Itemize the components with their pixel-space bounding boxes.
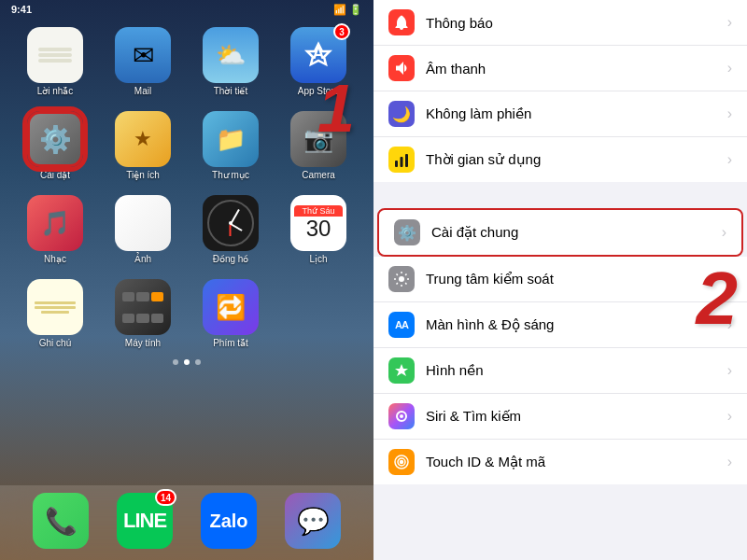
app-row-4: Ghi chú Máy tính 🔁 (0, 272, 374, 356)
settings-thoigian[interactable]: Thời gian sử dụng › (374, 137, 747, 182)
settings-panel: Thông báo › Âm thanh › 🌙 Không làm phiền… (374, 0, 747, 560)
siri-icon (388, 403, 415, 429)
line-badge: 14 (155, 489, 176, 506)
settings-trungta[interactable]: Trung tâm kiểm soát › (374, 257, 747, 302)
app-phimtat[interactable]: 🔁 Phím tắt (190, 279, 271, 348)
app-weather[interactable]: ⛅ Thời tiết (190, 27, 271, 96)
settings-manhinh[interactable]: AA Màn hình & Độ sáng › (374, 302, 747, 348)
svg-text:A: A (313, 44, 325, 63)
time: 9:41 (11, 4, 32, 16)
app-nhac[interactable]: 🎵 Nhạc (15, 195, 95, 264)
thongbao-label: Thông báo (426, 15, 727, 31)
maytink-icon (115, 279, 171, 335)
caidatc-icon: ⚙️ (394, 219, 420, 245)
siri-chevron: › (727, 408, 732, 425)
weather-label: Thời tiết (214, 86, 247, 96)
settings-siri[interactable]: Siri & Tìm kiếm › (374, 394, 747, 440)
phimtat-icon: 🔁 (203, 279, 259, 335)
app-anh[interactable]: Ảnh (103, 195, 183, 264)
settings-khonglam[interactable]: 🌙 Không làm phiền › (374, 91, 747, 137)
tienich-icon: ★ (115, 111, 171, 167)
lich-label: Lịch (309, 254, 327, 264)
amthanh-icon (388, 55, 415, 81)
touchid-label: Touch ID & Mật mã (426, 454, 727, 470)
nhac-icon: 🎵 (27, 195, 83, 251)
app-row-3: 🎵 Nhạc Ảnh (0, 188, 374, 272)
app-donghо[interactable]: Đồng hồ (190, 195, 271, 264)
caidat-label: Cài đặt (40, 170, 70, 180)
ghichu-icon (27, 279, 83, 335)
caidatc-label: Cài đặt chung (431, 224, 722, 241)
anh-icon (115, 195, 171, 251)
svg-rect-2 (401, 157, 403, 167)
app-caidat[interactable]: ⚙️ Cài đặt (15, 111, 95, 180)
dock-zalo[interactable]: Zalo (201, 493, 257, 549)
settings-amthanh[interactable]: Âm thanh › (374, 46, 747, 91)
dot-2 (184, 359, 190, 365)
touchid-icon (388, 449, 415, 475)
touchid-chevron: › (727, 454, 732, 470)
svg-rect-1 (395, 161, 398, 167)
dot-1 (173, 359, 178, 365)
manhinh-icon: AA (388, 312, 415, 338)
app-lich[interactable]: Thứ Sáu 30 Lịch (278, 195, 359, 264)
khonglam-label: Không làm phiền (426, 105, 727, 122)
hinhneh-icon (388, 357, 415, 384)
thoigian-label: Thời gian sử dụng (426, 151, 727, 168)
home-screen: 9:41 📶 🔋 Lời nhắc ✉ Mail (0, 0, 374, 560)
app-maytink[interactable]: Máy tính (103, 279, 183, 348)
siri-label: Siri & Tìm kiếm (426, 408, 727, 425)
weather-icon: ⛅ (203, 27, 259, 83)
settings-section-2: Trung tâm kiểm soát › AA Màn hình & Độ s… (374, 257, 747, 484)
manhinh-label: Màn hình & Độ sáng (426, 316, 727, 333)
svg-rect-3 (405, 154, 408, 167)
trungta-label: Trung tâm kiểm soát (426, 271, 727, 287)
khonglam-chevron: › (727, 105, 732, 122)
divider-1 (374, 182, 747, 208)
app-mail[interactable]: ✉ Mail (103, 27, 183, 96)
zalo-icon: Zalo (201, 493, 257, 549)
loinhasc-icon (27, 27, 83, 83)
settings-caidatc[interactable]: ⚙️ Cài đặt chung › (379, 210, 741, 255)
highlighted-section: ⚙️ Cài đặt chung › (377, 208, 743, 257)
khonglam-icon: 🌙 (388, 101, 415, 127)
ghichu-label: Ghi chú (39, 338, 71, 348)
donghо-icon (203, 195, 259, 251)
thumu-icon: 📁 (203, 111, 259, 167)
mail-icon: ✉ (115, 27, 171, 83)
settings-thongbao[interactable]: Thông báo › (374, 0, 747, 46)
app-tienich[interactable]: ★ Tiện ích (103, 111, 183, 180)
settings-touchid[interactable]: Touch ID & Mật mã › (374, 440, 747, 484)
amthanh-chevron: › (727, 60, 732, 77)
appstore-badge: 3 (333, 23, 350, 40)
loinhasc-label: Lời nhắc (37, 86, 74, 96)
trungta-icon (388, 266, 415, 292)
caidat-icon: ⚙️ (27, 111, 83, 167)
status-bar: 9:41 📶 🔋 (0, 0, 374, 20)
phone-icon: 📞 (33, 493, 89, 549)
status-icons: 📶 🔋 (333, 4, 362, 16)
dock-line[interactable]: LINE 14 (117, 493, 173, 549)
settings-section-1: Thông báo › Âm thanh › 🌙 Không làm phiền… (374, 0, 747, 182)
amthanh-label: Âm thanh (426, 61, 727, 77)
dock-phone[interactable]: 📞 (33, 493, 89, 549)
dock-messenger[interactable]: 💬 (285, 493, 341, 549)
messenger-icon: 💬 (285, 493, 341, 549)
page-indicator (0, 356, 374, 369)
svg-point-6 (400, 414, 403, 418)
app-ghichu[interactable]: Ghi chú (15, 279, 95, 348)
app-loinhasc[interactable]: Lời nhắc (15, 27, 95, 96)
donghо-label: Đồng hồ (213, 254, 249, 264)
hinhneh-chevron: › (727, 362, 732, 379)
dot-3 (195, 359, 201, 365)
camera-label: Camera (302, 170, 335, 180)
thumu-label: Thư mục (212, 170, 249, 180)
lich-icon: Thứ Sáu 30 (290, 195, 346, 251)
phimtat-label: Phím tắt (213, 338, 248, 348)
step-1-label: 1 (317, 75, 355, 142)
thongbao-chevron: › (727, 14, 732, 31)
settings-hinhneh[interactable]: Hình nền › (374, 348, 747, 394)
anh-label: Ảnh (134, 254, 151, 264)
nhac-label: Nhạc (44, 254, 66, 264)
app-thumu[interactable]: 📁 Thư mục (190, 111, 271, 180)
